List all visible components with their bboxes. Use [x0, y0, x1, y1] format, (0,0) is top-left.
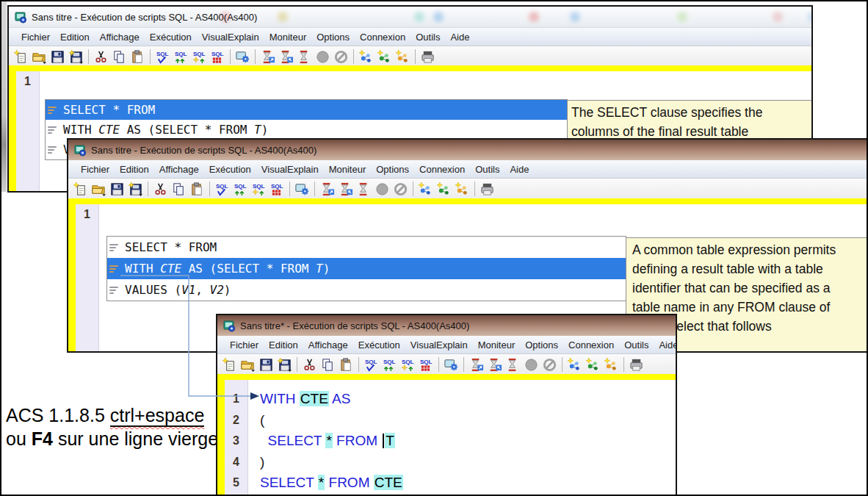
toolbar-button-cancel-disabled[interactable] [391, 180, 410, 198]
menu-ex-cution[interactable]: Exécution [204, 164, 256, 175]
menu-moniteur[interactable]: Moniteur [324, 164, 372, 175]
menu-aide[interactable]: Aide [445, 32, 474, 43]
toolbar-button-stop-disabled[interactable] [522, 356, 540, 373]
toolbar-button-copy[interactable] [110, 48, 129, 65]
menu-outils[interactable]: Outils [411, 32, 445, 43]
toolbar-button-save-as[interactable] [275, 356, 294, 373]
menu-options[interactable]: Options [371, 164, 414, 175]
toolbar-button-connect-orange[interactable] [602, 356, 621, 373]
toolbar-button-history-1[interactable] [318, 180, 336, 198]
toolbar-button-history-2[interactable] [336, 180, 355, 198]
toolbar-button-sql-run-from[interactable]: SQL [250, 180, 268, 198]
toolbar-button-history-3[interactable] [295, 48, 314, 65]
toolbar-button-history-2[interactable] [485, 356, 504, 373]
toolbar-button-sql-grid[interactable]: SQL [209, 48, 227, 65]
toolbar-button-paste[interactable] [188, 180, 206, 198]
toolbar-button-jdbc-settings[interactable] [293, 180, 311, 198]
toolbar-button-cut[interactable] [92, 48, 110, 65]
toolbar-button-sql-run-all[interactable]: SQL [231, 180, 250, 198]
toolbar-button-sql-check[interactable]: SQL [153, 48, 172, 65]
menu-ex-cution[interactable]: Exécution [145, 32, 197, 43]
toolbar-button-save-as[interactable] [67, 48, 85, 65]
toolbar-button-open-script[interactable] [239, 356, 257, 373]
toolbar-button-paste[interactable] [337, 356, 355, 373]
toolbar-button-sql-grid[interactable]: SQL [417, 356, 435, 373]
toolbar-button-sql-run-from[interactable]: SQL [190, 48, 209, 65]
toolbar-button-connect-blue[interactable] [416, 180, 435, 198]
toolbar-button-connect-green[interactable] [375, 48, 394, 65]
menu-outils[interactable]: Outils [470, 164, 504, 175]
toolbar-button-connect-green[interactable] [584, 356, 602, 373]
toolbar-button-history-1[interactable] [258, 48, 277, 65]
toolbar-button-stop-disabled[interactable] [314, 48, 332, 65]
toolbar-button-print[interactable] [627, 356, 645, 373]
menu-fichier[interactable]: Fichier [76, 164, 115, 175]
menu-edition[interactable]: Edition [264, 339, 303, 351]
toolbar-button-new-script[interactable] [220, 356, 239, 373]
toolbar-button-sql-run-from[interactable]: SQL [399, 356, 417, 373]
toolbar-button-connect-orange[interactable] [394, 48, 412, 65]
toolbar-button-stop-disabled[interactable] [373, 180, 391, 198]
menu-connexion[interactable]: Connexion [414, 164, 470, 175]
menu-moniteur[interactable]: Moniteur [473, 339, 521, 351]
autocomplete-item[interactable]: SELECT * FROM [46, 100, 567, 120]
menu-outils[interactable]: Outils [619, 339, 654, 351]
toolbar-button-paste[interactable] [129, 48, 147, 65]
toolbar-button-cut[interactable] [151, 180, 170, 198]
toolbar-button-cut[interactable] [300, 356, 319, 373]
toolbar-button-sql-grid[interactable]: SQL [268, 180, 286, 198]
menu-affichage[interactable]: Affichage [95, 32, 145, 43]
toolbar-button-sql-run-all[interactable]: SQL [172, 48, 190, 65]
toolbar-button-connect-orange[interactable] [453, 180, 471, 198]
menu-fichier[interactable]: Fichier [225, 339, 264, 351]
toolbar-button-open-script[interactable] [30, 48, 48, 65]
toolbar-button-history-3[interactable] [355, 180, 373, 198]
menu-aide[interactable]: Aide [654, 339, 677, 351]
toolbar-button-print[interactable] [478, 180, 496, 198]
autocomplete-item[interactable]: WITH CTE AS (SELECT * FROM T) [107, 258, 626, 279]
menu-visualexplain[interactable]: VisualExplain [197, 32, 264, 43]
menu-visualexplain[interactable]: VisualExplain [256, 164, 324, 175]
sql-editor-area[interactable]: WITH CTE AS( SELECT * FROM T)SELECT * FR… [248, 380, 676, 496]
menu-visualexplain[interactable]: VisualExplain [405, 339, 473, 351]
toolbar-button-connect-blue[interactable] [565, 356, 584, 373]
autocomplete-item[interactable]: VALUES (V1, V2) [107, 279, 626, 301]
toolbar-button-save[interactable] [108, 180, 126, 198]
toolbar-button-sql-check[interactable]: SQL [362, 356, 380, 373]
menu-connexion[interactable]: Connexion [563, 339, 619, 351]
menu-moniteur[interactable]: Moniteur [264, 32, 312, 43]
toolbar-button-open-script[interactable] [90, 180, 108, 198]
toolbar-button-sql-check[interactable]: SQL [213, 180, 231, 198]
autocomplete-item[interactable]: WITH CTE AS (SELECT * FROM T) [46, 120, 567, 140]
toolbar-button-cancel-disabled[interactable] [540, 356, 559, 373]
menu-aide[interactable]: Aide [504, 164, 534, 175]
menu-affichage[interactable]: Affichage [303, 339, 353, 351]
toolbar-button-cancel-disabled[interactable] [332, 48, 350, 65]
toolbar-button-save-as[interactable] [126, 180, 145, 198]
autocomplete-item[interactable]: SELECT * FROM [107, 237, 626, 258]
menu-fichier[interactable]: Fichier [16, 32, 55, 43]
toolbar-button-copy[interactable] [319, 356, 337, 373]
toolbar-button-history-3[interactable] [504, 356, 522, 373]
toolbar-button-save[interactable] [257, 356, 275, 373]
save-as-icon [128, 181, 143, 197]
toolbar-button-history-2[interactable] [277, 48, 295, 65]
toolbar-button-jdbc-settings[interactable] [234, 48, 252, 65]
menu-options[interactable]: Options [520, 339, 563, 351]
toolbar-button-new-script[interactable] [71, 180, 90, 198]
toolbar-button-sql-run-all[interactable]: SQL [380, 356, 399, 373]
menu-edition[interactable]: Edition [115, 164, 154, 175]
toolbar-button-connect-green[interactable] [435, 180, 453, 198]
menu-connexion[interactable]: Connexion [355, 32, 411, 43]
menu-options[interactable]: Options [311, 32, 355, 43]
toolbar-button-history-1[interactable] [467, 356, 485, 373]
toolbar-button-copy[interactable] [170, 180, 188, 198]
toolbar-button-new-script[interactable] [12, 48, 30, 65]
toolbar-button-print[interactable] [419, 48, 437, 65]
menu-ex-cution[interactable]: Exécution [353, 339, 405, 351]
toolbar-button-connect-blue[interactable] [357, 48, 375, 65]
toolbar-button-jdbc-settings[interactable] [442, 356, 460, 373]
menu-edition[interactable]: Edition [55, 32, 95, 43]
menu-affichage[interactable]: Affichage [154, 164, 204, 175]
toolbar-button-save[interactable] [48, 48, 67, 65]
